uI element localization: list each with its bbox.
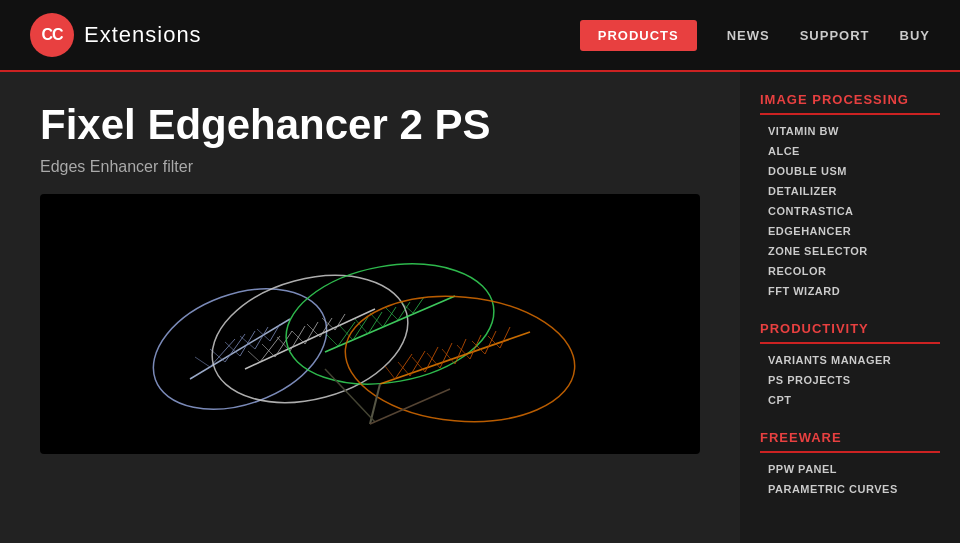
header: CC Extensions PRODUCTS NEWS SUPPORT BUY (0, 0, 960, 72)
sidebar-category-freeware: FREEWARE (760, 430, 940, 453)
nav-news[interactable]: NEWS (727, 28, 770, 43)
sidebar-link-parametric-curves[interactable]: PARAMETRIC CURVES (760, 479, 940, 499)
sidebar-category-image-processing: IMAGE PROCESSING (760, 92, 940, 115)
sidebar-link-alce[interactable]: ALCE (760, 141, 940, 161)
product-title: Fixel Edgehancer 2 PS (40, 102, 700, 148)
nav-buy[interactable]: BUY (900, 28, 930, 43)
sidebar-items-group: VARIANTS MANAGERPS PROJECTSCPT (760, 350, 940, 410)
sidebar: IMAGE PROCESSINGVITAMIN BWALCEDOUBLE USM… (740, 72, 960, 543)
sidebar-link-ps-projects[interactable]: PS PROJECTS (760, 370, 940, 390)
sidebar-items-group: PPW PANELPARAMETRIC CURVES (760, 459, 940, 499)
nav-products-button[interactable]: PRODUCTS (580, 20, 697, 51)
sidebar-link-cpt[interactable]: CPT (760, 390, 940, 410)
sidebar-link-contrastica[interactable]: CONTRASTICA (760, 201, 940, 221)
product-image (40, 194, 700, 454)
sidebar-items-group: VITAMIN BWALCEDOUBLE USMDETAILIZERCONTRA… (760, 121, 940, 301)
sidebar-link-ppw-panel[interactable]: PPW PANEL (760, 459, 940, 479)
nav: PRODUCTS NEWS SUPPORT BUY (580, 20, 930, 51)
sidebar-link-zone-selector[interactable]: ZONE SELECTOR (760, 241, 940, 261)
product-subtitle: Edges Enhancer filter (40, 158, 700, 176)
logo-text: Extensions (84, 22, 202, 48)
svg-rect-0 (70, 194, 670, 454)
main-area: Fixel Edgehancer 2 PS Edges Enhancer fil… (0, 72, 960, 543)
nav-support[interactable]: SUPPORT (800, 28, 870, 43)
sidebar-link-vitamin-bw[interactable]: VITAMIN BW (760, 121, 940, 141)
sidebar-link-detailizer[interactable]: DETAILIZER (760, 181, 940, 201)
leaf-svg (40, 194, 700, 454)
sidebar-link-variants-manager[interactable]: VARIANTS MANAGER (760, 350, 940, 370)
sidebar-link-fft-wizard[interactable]: FFT WIZARD (760, 281, 940, 301)
sidebar-link-recolor[interactable]: RECOLOR (760, 261, 940, 281)
content-area: Fixel Edgehancer 2 PS Edges Enhancer fil… (0, 72, 740, 543)
sidebar-link-edgehancer[interactable]: EDGEHANCER (760, 221, 940, 241)
logo-icon[interactable]: CC (30, 13, 74, 57)
logo-area: CC Extensions (30, 13, 580, 57)
sidebar-link-double-usm[interactable]: DOUBLE USM (760, 161, 940, 181)
sidebar-category-productivity: PRODUCTIVITY (760, 321, 940, 344)
